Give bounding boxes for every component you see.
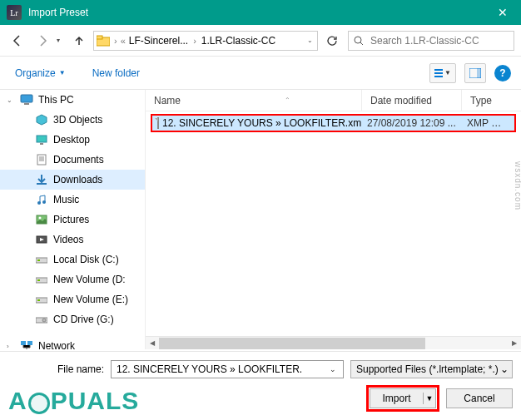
sidebar-item-this-pc[interactable]: ⌄ This PC (0, 90, 145, 110)
arrow-up-icon (72, 34, 86, 47)
sidebar-label: Videos (53, 234, 83, 245)
navigation-bar: ▾ › « LF-Sincerel... › 1.LR-Classic-CC ⌄ (0, 25, 521, 57)
cancel-button[interactable]: Cancel (446, 388, 513, 408)
svg-rect-6 (24, 103, 29, 105)
horizontal-scrollbar[interactable]: ◀ ▶ (146, 336, 521, 349)
arrow-left-icon (11, 34, 24, 47)
help-button[interactable]: ? (494, 65, 511, 82)
search-input[interactable] (369, 34, 509, 47)
file-name-value: 12. SINCERELY YOURS » LOOKFILTER. (117, 363, 302, 375)
svg-point-15 (39, 217, 42, 220)
sidebar-item-new-volume-d[interactable]: New Volume (D: (0, 269, 145, 289)
drive-icon (35, 273, 48, 286)
up-button[interactable] (68, 30, 90, 52)
new-folder-button[interactable]: New folder (87, 64, 145, 82)
file-name-label: File name: (8, 363, 104, 375)
sidebar-item-pictures[interactable]: Pictures (0, 210, 145, 230)
music-icon (35, 193, 48, 206)
svg-rect-11 (37, 183, 47, 185)
svg-rect-27 (27, 341, 32, 345)
sidebar-label: Music (53, 194, 79, 205)
file-list-area: Name ⌃ Date modified Type 12. SINCERELY … (146, 90, 521, 349)
sidebar-item-desktop[interactable]: Desktop (0, 130, 145, 150)
column-headers: Name ⌃ Date modified Type (146, 90, 521, 111)
file-type-filter[interactable]: Supported Files (*.lrtemplate; *.) ⌄ (350, 360, 513, 378)
chevron-right-icon: › (191, 36, 198, 46)
sidebar-item-local-disk-c[interactable]: Local Disk (C:) (0, 250, 145, 269)
3d-objects-icon (35, 113, 48, 126)
chevron-down-icon[interactable]: ⌄ (500, 363, 509, 375)
scroll-left-icon[interactable]: ◀ (146, 338, 159, 349)
sidebar-item-3d-objects[interactable]: 3D Objects (0, 110, 145, 130)
breadcrumb-bar[interactable]: › « LF-Sincerel... › 1.LR-Classic-CC ⌄ (93, 31, 318, 51)
import-button[interactable]: Import ▼ (370, 388, 436, 408)
videos-icon (35, 233, 48, 246)
organize-menu[interactable]: Organize ▼ (10, 64, 71, 82)
sidebar-item-network[interactable]: › Network (0, 336, 145, 349)
file-icon (157, 117, 159, 129)
forward-button[interactable] (32, 30, 53, 52)
close-button[interactable]: ✕ (484, 0, 521, 25)
organize-label: Organize (15, 67, 56, 79)
list-icon (434, 69, 443, 77)
col-header-date[interactable]: Date modified (362, 90, 462, 111)
sidebar-item-music[interactable]: Music (0, 190, 145, 210)
scroll-right-icon[interactable]: ▶ (508, 338, 521, 349)
sidebar-label: Downloads (53, 174, 102, 185)
sidebar-item-downloads[interactable]: Downloads (0, 170, 145, 190)
svg-rect-19 (37, 259, 40, 261)
view-mode-button[interactable]: ▼ (429, 63, 456, 83)
svg-rect-21 (37, 279, 40, 281)
scroll-thumb[interactable] (159, 338, 425, 349)
downloads-icon (35, 173, 48, 186)
col-header-type[interactable]: Type (462, 90, 521, 111)
sidebar-item-cd-drive-g[interactable]: CD Drive (G:) (0, 309, 145, 329)
window-titlebar: Lr Import Preset ✕ (0, 0, 521, 25)
toolbar: Organize ▼ New folder ▼ ? (0, 57, 521, 90)
breadcrumb-segment[interactable]: LF-Sincerel... (127, 33, 190, 48)
folder-icon (96, 34, 111, 47)
search-icon (354, 36, 364, 46)
file-name-combobox[interactable]: 12. SINCERELY YOURS » LOOKFILTER. ⌄ (111, 360, 344, 378)
sidebar-label: This PC (38, 94, 74, 106)
expand-icon[interactable]: › (7, 343, 13, 350)
sidebar-item-new-volume-e[interactable]: New Volume (E:) (0, 289, 145, 309)
chevron-double-icon[interactable]: « (121, 36, 126, 46)
dialog-footer: File name: 12. SINCERELY YOURS » LOOKFIL… (0, 351, 521, 420)
chevron-down-icon[interactable]: ▼ (424, 394, 435, 403)
sidebar-item-videos[interactable]: Videos (0, 230, 145, 250)
sidebar-label: Local Disk (C:) (53, 254, 119, 265)
sidebar-label: New Volume (E:) (53, 294, 128, 305)
svg-rect-5 (21, 95, 32, 102)
refresh-icon (326, 35, 338, 47)
back-button[interactable] (7, 30, 28, 52)
col-label: Name (154, 95, 181, 106)
chevron-down-icon: ▼ (444, 69, 451, 77)
sort-indicator-icon: ⌃ (285, 96, 290, 104)
col-header-name[interactable]: Name ⌃ (146, 90, 362, 111)
breadcrumb-dropdown[interactable]: ⌄ (307, 37, 315, 44)
sidebar-label: 3D Objects (53, 114, 102, 126)
svg-point-25 (42, 319, 46, 322)
chevron-down-icon[interactable]: ⌄ (326, 365, 340, 373)
svg-rect-10 (37, 155, 46, 165)
sidebar-label: Network (38, 340, 75, 349)
chevron-right-icon: › (112, 36, 119, 46)
collapse-icon[interactable]: ⌄ (7, 96, 13, 104)
sidebar-label: New Volume (D: (53, 274, 126, 285)
svg-point-2 (355, 37, 361, 43)
pictures-icon (35, 213, 48, 226)
sidebar-label: Pictures (53, 214, 89, 225)
search-box[interactable] (348, 31, 514, 51)
breadcrumb-segment[interactable]: 1.LR-Classic-CC (200, 33, 277, 48)
file-rows[interactable]: 12. SINCERELY YOURS » LOOKFILTER.xmp 27/… (146, 111, 521, 336)
file-row[interactable]: 12. SINCERELY YOURS » LOOKFILTER.xmp 27/… (151, 114, 516, 132)
desktop-icon (35, 133, 48, 146)
refresh-button[interactable] (321, 30, 343, 52)
drive-icon (35, 293, 48, 306)
dialog-body: ⌄ This PC 3D Objects Desktop Documents D… (0, 90, 521, 349)
preview-pane-button[interactable] (464, 63, 486, 83)
history-dropdown[interactable]: ▾ (57, 37, 65, 44)
sidebar[interactable]: ⌄ This PC 3D Objects Desktop Documents D… (0, 90, 146, 349)
sidebar-item-documents[interactable]: Documents (0, 150, 145, 170)
